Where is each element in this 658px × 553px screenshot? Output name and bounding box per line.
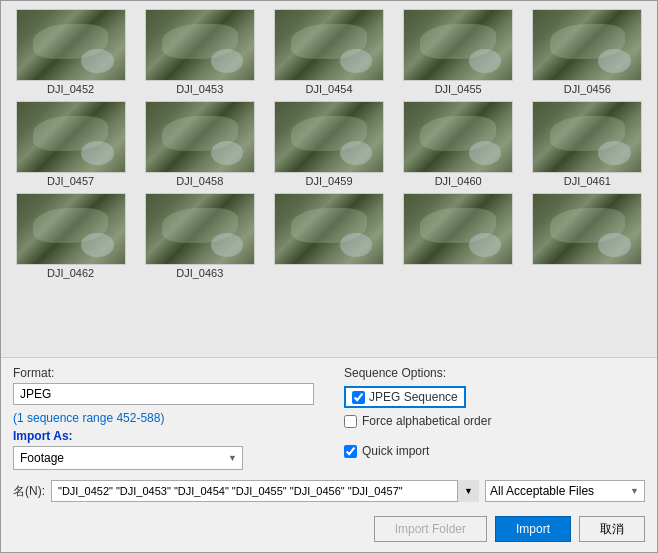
thumb-label: DJI_0454	[305, 83, 352, 95]
thumb-image	[532, 193, 642, 265]
thumb-item[interactable]: DJI_0452	[9, 9, 132, 95]
thumb-label: DJI_0462	[47, 267, 94, 279]
thumb-image	[16, 9, 126, 81]
thumb-label: DJI_0457	[47, 175, 94, 187]
options-row: Format: (1 sequence range 452-588) Impor…	[13, 366, 645, 470]
thumb-image	[403, 193, 513, 265]
force-alphabetical-label[interactable]: Force alphabetical order	[362, 414, 491, 428]
thumb-item[interactable]: DJI_0457	[9, 101, 132, 187]
thumb-item[interactable]: DJI_0461	[526, 101, 649, 187]
file-type-wrapper: All Acceptable Files All Files	[485, 480, 645, 502]
import-button[interactable]: Import	[495, 516, 571, 542]
import-as-select[interactable]: Footage Composition Composition - Retain…	[13, 446, 243, 470]
thumb-item[interactable]: DJI_0458	[138, 101, 261, 187]
thumb-item[interactable]: DJI_0459	[267, 101, 390, 187]
filename-row: 名(N): ▼ All Acceptable Files All Files	[13, 476, 645, 506]
jpeg-sequence-checkbox[interactable]	[352, 391, 365, 404]
import-as-wrapper: Footage Composition Composition - Retain…	[13, 446, 243, 470]
thumb-item[interactable]: DJI_0456	[526, 9, 649, 95]
format-input[interactable]	[13, 383, 314, 405]
thumb-item[interactable]: DJI_0463	[138, 193, 261, 279]
thumb-image	[274, 193, 384, 265]
file-type-select[interactable]: All Acceptable Files All Files	[485, 480, 645, 502]
thumb-label: DJI_0452	[47, 83, 94, 95]
thumb-image	[403, 9, 513, 81]
thumb-image	[145, 193, 255, 265]
thumb-item[interactable]: DJI_0453	[138, 9, 261, 95]
jpeg-sequence-highlight: JPEG Sequence	[344, 386, 466, 408]
import-folder-button[interactable]: Import Folder	[374, 516, 487, 542]
thumb-image	[274, 101, 384, 173]
thumbnail-grid: DJI_0452 DJI_0453 DJI_0454 DJI_0455 DJI_…	[1, 1, 657, 357]
bottom-panel: Format: (1 sequence range 452-588) Impor…	[1, 357, 657, 552]
thumb-image	[532, 101, 642, 173]
filename-label: 名(N):	[13, 483, 45, 500]
thumb-label: DJI_0460	[435, 175, 482, 187]
thumb-item[interactable]	[526, 193, 649, 279]
quick-import-label[interactable]: Quick import	[362, 444, 429, 458]
thumb-item[interactable]	[267, 193, 390, 279]
quick-import-checkbox[interactable]	[344, 445, 357, 458]
jpeg-sequence-row: JPEG Sequence	[344, 386, 645, 408]
thumb-label: DJI_0455	[435, 83, 482, 95]
thumb-item[interactable]: DJI_0454	[267, 9, 390, 95]
thumb-image	[16, 193, 126, 265]
quick-import-row: Quick import	[344, 444, 645, 458]
filename-dropdown-button[interactable]: ▼	[457, 480, 479, 502]
thumb-item[interactable]: DJI_0460	[397, 101, 520, 187]
thumb-image	[274, 9, 384, 81]
right-options: Sequence Options: JPEG Sequence Force al…	[334, 366, 645, 470]
filename-input-wrapper: ▼	[51, 480, 479, 502]
thumb-label: DJI_0453	[176, 83, 223, 95]
force-alphabetical-checkbox[interactable]	[344, 415, 357, 428]
cancel-button[interactable]: 取消	[579, 516, 645, 542]
filename-input[interactable]	[51, 480, 479, 502]
thumb-item[interactable]: DJI_0455	[397, 9, 520, 95]
thumb-image	[403, 101, 513, 173]
thumb-label: DJI_0461	[564, 175, 611, 187]
force-alphabetical-row: Force alphabetical order	[344, 414, 645, 428]
thumb-image	[145, 101, 255, 173]
thumb-image	[145, 9, 255, 81]
range-text[interactable]: (1 sequence range 452-588)	[13, 411, 314, 425]
thumb-label: DJI_0458	[176, 175, 223, 187]
thumb-image	[16, 101, 126, 173]
thumb-item[interactable]	[397, 193, 520, 279]
left-options: Format: (1 sequence range 452-588) Impor…	[13, 366, 334, 470]
jpeg-sequence-label[interactable]: JPEG Sequence	[369, 390, 458, 404]
buttons-row: Import Folder Import 取消	[13, 512, 645, 544]
thumb-label: DJI_0463	[176, 267, 223, 279]
thumb-image	[532, 9, 642, 81]
format-label: Format:	[13, 366, 314, 380]
import-dialog: DJI_0452 DJI_0453 DJI_0454 DJI_0455 DJI_…	[0, 0, 658, 553]
thumb-label: DJI_0456	[564, 83, 611, 95]
sequence-options-label: Sequence Options:	[344, 366, 645, 380]
thumb-label: DJI_0459	[305, 175, 352, 187]
thumb-item[interactable]: DJI_0462	[9, 193, 132, 279]
import-as-label: Import As:	[13, 429, 314, 443]
